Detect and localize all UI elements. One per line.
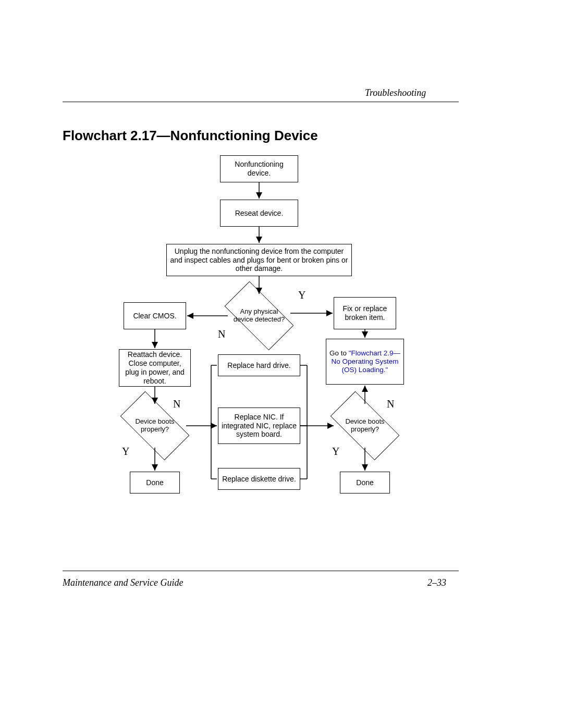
footer-left: Maintenance and Service Guide	[63, 577, 183, 588]
node-goto: Go to "Flowchart 2.9—No Operating System…	[326, 339, 404, 385]
node-done-left: Done	[130, 472, 180, 493]
header-section: Troubleshooting	[365, 88, 426, 98]
footer-right: 2–33	[427, 577, 446, 588]
label-n-boots-left: N	[173, 398, 180, 410]
node-replace-nic: Replace NIC. If integrated NIC, replace …	[218, 408, 300, 444]
label-y-boots-right: Y	[332, 446, 339, 458]
rule-top	[63, 102, 459, 102]
node-reattach: Reattach device. Close computer, plug in…	[119, 349, 191, 387]
node-replace-hd: Replace hard drive.	[218, 354, 300, 376]
node-reseat: Reseat device.	[220, 200, 298, 227]
node-done-right: Done	[340, 472, 390, 493]
page-title: Flowchart 2.17—Nonfunctioning Device	[63, 128, 318, 144]
node-any-physical-text: Any physical device detected?	[228, 292, 290, 339]
node-start: Nonfunctioning device.	[220, 155, 298, 182]
label-y-boots-left: Y	[122, 446, 129, 458]
label-n-physical: N	[218, 328, 225, 340]
rule-bottom	[63, 571, 459, 571]
node-fix-replace: Fix or replace broken item.	[334, 297, 396, 329]
node-unplug: Unplug the nonfunctioning device from th…	[166, 244, 352, 276]
goto-prefix: Go to	[329, 349, 349, 357]
label-y-physical: Y	[298, 289, 305, 301]
node-any-physical: Any physical device detected?	[228, 292, 290, 339]
node-replace-disk: Replace diskette drive.	[218, 468, 300, 490]
node-clear-cmos: Clear CMOS.	[124, 302, 186, 329]
label-n-boots-right: N	[387, 398, 394, 410]
